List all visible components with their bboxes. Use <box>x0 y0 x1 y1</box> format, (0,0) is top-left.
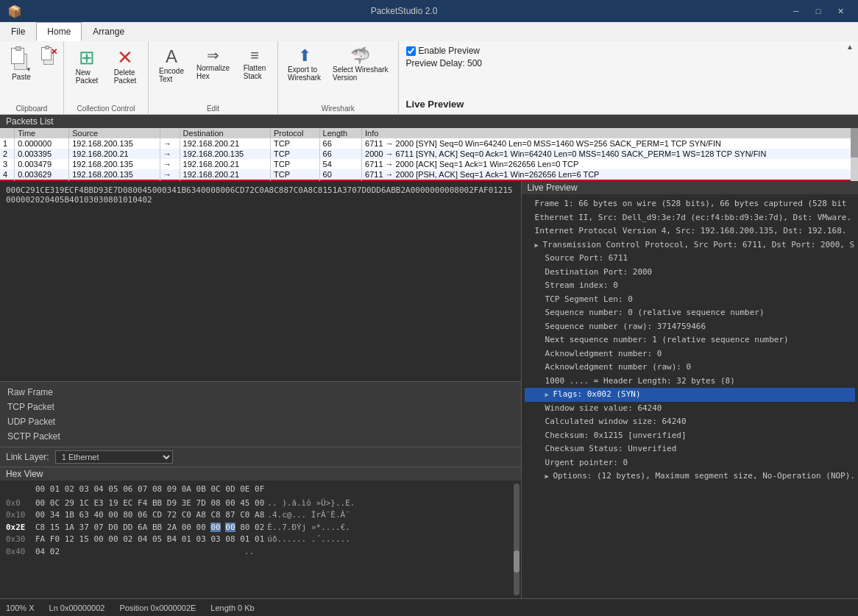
clipboard-icon-clip <box>45 46 49 49</box>
tree-item[interactable]: Calculated window size: 64240 <box>525 415 855 429</box>
normalize-hex-icon: ⇒ <box>207 48 219 63</box>
tree-item[interactable]: Flags: 0x002 (SYN) <box>525 388 855 402</box>
table-row[interactable]: 40.003629192.168.200.135→192.168.200.21T… <box>0 169 858 180</box>
hex-highlight: 00 <box>225 523 235 532</box>
tree-item[interactable]: Window size value: 64240 <box>525 402 855 416</box>
maximize-button[interactable]: □ <box>808 4 829 18</box>
wireshark-items: ⬆ Export toWireshark 🦈 Select WiresharkV… <box>283 44 394 103</box>
menu-file[interactable]: File <box>0 22 36 41</box>
encode-text-button[interactable]: A EncodeText <box>153 44 190 87</box>
table-cell: 2 <box>0 149 15 159</box>
flatten-stack-button[interactable]: ≡ FlattenStack <box>236 44 273 84</box>
table-row[interactable]: 30.003479192.168.200.135→192.168.200.21T… <box>0 159 858 169</box>
delete-packet-button[interactable]: ✕ DeletePacket <box>107 44 143 88</box>
table-cell: 66 <box>319 138 361 149</box>
table-cell: 60 <box>319 180 361 181</box>
hex-ascii: È..7.ÐÝj »*....€. <box>267 522 350 534</box>
table-cell: 60 <box>319 169 361 180</box>
table-cell: TCP <box>271 159 320 169</box>
tree-item[interactable]: Sequence number (raw): 3714759466 <box>525 320 855 334</box>
table-cell: 1 <box>0 138 15 149</box>
table-cell: 192.168.200.21 <box>69 180 160 181</box>
tree-item[interactable]: Ethernet II, Src: Dell_d9:3e:7d (ec:f4:b… <box>525 211 855 225</box>
table-row[interactable]: 20.003395192.168.200.21→192.168.200.135T… <box>0 149 858 159</box>
tree-item[interactable]: Urgent pointer: 0 <box>525 456 855 470</box>
normalize-hex-button[interactable]: ⇒ NormalizeHex <box>191 44 235 84</box>
table-cell: 3 <box>0 159 15 169</box>
hex-highlight: 00 <box>210 523 220 532</box>
tree-item[interactable]: Destination Port: 2000 <box>525 266 855 280</box>
live-preview-header: Live Preview <box>522 181 858 194</box>
col-num <box>0 128 15 138</box>
table-cell: TCP <box>271 138 320 149</box>
packets-table-head: Time Source Destination Protocol Length … <box>0 128 858 138</box>
edit-items: A EncodeText ⇒ NormalizeHex ≡ FlattenSta… <box>153 44 273 103</box>
menu-arrange[interactable]: Arrange <box>82 22 135 41</box>
status-bar: 100% X Ln 0x00000002 Position 0x0000002E… <box>0 598 858 616</box>
live-preview-section-label: Live Preview <box>406 99 509 110</box>
table-cell: 192.168.200.135 <box>180 149 270 159</box>
hex-bytes: C8 15 1A 37 07 D0 DD 6A BB 2A 00 00 00 0… <box>35 522 264 534</box>
paste-clip <box>15 46 21 51</box>
ribbon-collapse-button[interactable]: ▲ <box>842 41 858 52</box>
hex-scrollbar[interactable] <box>514 484 520 595</box>
table-cell: TCP <box>271 169 320 180</box>
tree-item[interactable]: 1000 .... = Header Length: 32 bytes (8) <box>525 375 855 389</box>
table-cell: → <box>160 180 180 181</box>
tree-item[interactable]: Frame 1: 66 bytes on wire (528 bits), 66… <box>525 197 855 211</box>
encode-text-icon: A <box>166 48 177 66</box>
new-packet-button[interactable]: ⊞ NewPacket <box>68 44 105 88</box>
packet-type-sctp[interactable]: SCTP Packet <box>0 429 521 444</box>
paste-button[interactable]: ▼ Paste <box>4 44 38 85</box>
table-row[interactable]: 10.000000192.168.200.135→192.168.200.21T… <box>0 138 858 149</box>
packets-scrollbar-thumb[interactable] <box>851 128 858 157</box>
ribbon-live-preview: Enable Preview Preview Delay: 500 Live P… <box>399 41 517 114</box>
ribbon-edit-group: A EncodeText ⇒ NormalizeHex ≡ FlattenSta… <box>149 41 278 114</box>
tree-item[interactable]: Internet Protocol Version 4, Src: 192.16… <box>525 224 855 238</box>
minimize-button[interactable]: ─ <box>786 4 806 18</box>
new-packet-icon: ⊞ <box>79 48 95 67</box>
col-arrow <box>160 128 180 138</box>
table-cell: → <box>160 149 180 159</box>
paste-front <box>11 48 24 64</box>
link-layer-select[interactable]: 1 Ethernet <box>55 450 173 464</box>
tree-item[interactable]: Acknowledgment number (raw): 0 <box>525 361 855 375</box>
hex-col-bytes: 00 01 02 03 04 05 06 07 08 09 0A 0B 0C 0… <box>35 484 264 496</box>
close-button[interactable]: ✕ <box>830 4 851 18</box>
tree-item[interactable]: Source Port: 6711 <box>525 252 855 266</box>
col-length: Length <box>319 128 361 138</box>
tree-item[interactable]: TCP Segment Len: 0 <box>525 293 855 307</box>
enable-preview-label[interactable]: Enable Preview <box>406 46 509 56</box>
tree-item[interactable]: Acknowledgment number: 0 <box>525 347 855 361</box>
hex-scrollbar-thumb[interactable] <box>514 550 520 573</box>
table-cell: 2000 → 6711 [SYN, ACK] Seq=0 Ack=1 Win=6… <box>362 149 858 159</box>
table-cell: 66 <box>319 149 361 159</box>
tree-item[interactable]: Stream index: 0 <box>525 279 855 293</box>
packet-type-tcp[interactable]: TCP Packet <box>0 400 521 414</box>
hex-col-header: 00 01 02 03 04 05 06 07 08 09 0A 0B 0C 0… <box>6 484 515 498</box>
clipboard-items: ▼ Paste ✕ <box>4 44 59 103</box>
tree-item[interactable]: Transmission Control Protocol, Src Port:… <box>525 238 855 252</box>
enable-preview-checkbox[interactable] <box>406 46 416 56</box>
tree-item[interactable]: Checksum: 0x1215 [unverified] <box>525 429 855 443</box>
packet-type-raw[interactable]: Raw Frame <box>0 385 521 400</box>
tree-item[interactable]: Sequence number: 0 (relative sequence nu… <box>525 306 855 320</box>
tree-item[interactable]: Next sequence number: 1 (relative sequen… <box>525 333 855 347</box>
menu-home[interactable]: Home <box>36 22 82 41</box>
packets-header: Packets List <box>0 115 858 128</box>
select-version-button[interactable]: 🦈 Select WiresharkVersion <box>327 44 394 85</box>
link-layer-row: Link Layer: 1 Ethernet <box>0 447 521 467</box>
preview-delay: Preview Delay: 500 <box>406 56 509 71</box>
normalize-hex-label: NormalizeHex <box>196 64 230 80</box>
tree-item[interactable]: Checksum Status: Unverified <box>525 442 855 456</box>
flatten-stack-label: FlattenStack <box>244 64 266 80</box>
export-wireshark-button[interactable]: ⬆ Export toWireshark <box>283 44 326 85</box>
hex-row: 0x2EC8 15 1A 37 07 D0 DD 6A BB 2A 00 00 … <box>6 522 515 534</box>
ribbon-clipboard-group: ▼ Paste ✕ Clipboard <box>0 41 64 114</box>
delete-packet-label: DeletePacket <box>114 68 137 85</box>
tree-item[interactable]: Options: (12 bytes), Maximum segment siz… <box>525 470 855 484</box>
table-row[interactable]: 50.008155192.168.200.21→192.168.200.135T… <box>0 180 858 181</box>
clipboard-extra[interactable]: ✕ <box>40 44 59 71</box>
packet-type-udp[interactable]: UDP Packet <box>0 414 521 429</box>
packets-scrollbar[interactable] <box>851 128 858 181</box>
